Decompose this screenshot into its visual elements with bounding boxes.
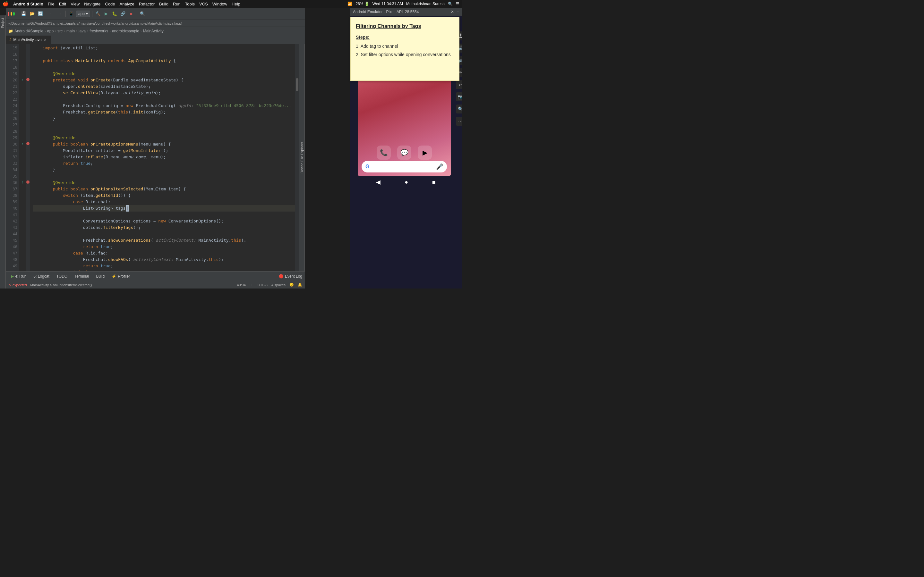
breadcrumb-androidxsample[interactable]: 📁 AndroidXSample — [8, 29, 43, 33]
analyze-menu[interactable]: Analyze — [120, 2, 134, 6]
hammer-icon[interactable]: 🔨 — [94, 10, 102, 17]
google-mic-icon[interactable]: 🎤 — [436, 163, 443, 170]
code-line-32: inflater.inflate(R.menu.menu_home, menu)… — [33, 154, 305, 160]
breadcrumb-main[interactable]: main — [66, 29, 75, 33]
attach-debugger-icon[interactable]: 🔗 — [120, 10, 126, 17]
navigate-menu[interactable]: Navigate — [84, 2, 100, 6]
search-icon[interactable]: 🔍 — [448, 2, 453, 6]
code-content-area[interactable]: import java.util.List; public class Main… — [30, 44, 305, 271]
maximize-window-btn[interactable] — [13, 12, 15, 16]
window-menu[interactable]: Window — [212, 2, 227, 6]
dock-phone-icon[interactable]: 📞 — [376, 145, 391, 160]
tools-menu[interactable]: Tools — [185, 2, 195, 6]
breadcrumb-src[interactable]: src — [57, 29, 63, 33]
build-menu[interactable]: Build — [159, 2, 168, 6]
project-tab[interactable]: Project — [0, 17, 5, 29]
code-line-41 — [33, 211, 305, 218]
tab-label-mainactivity: MainActivity.java — [13, 37, 42, 42]
app-name-menu[interactable]: Android Studio — [13, 2, 43, 6]
stop-icon[interactable]: ■ — [128, 10, 135, 17]
path-status: MainActivity > onOptionsItemSelected() — [30, 283, 234, 287]
device-file-explorer-tab[interactable]: Device File Explorer — [299, 44, 305, 271]
todo-label: TODO — [57, 274, 67, 279]
code-line-17: public class MainActivity extends AppCom… — [33, 58, 305, 64]
run-config-dropdown[interactable]: app ▾ — [76, 11, 90, 17]
debug-icon[interactable]: 🐛 — [111, 10, 118, 17]
line-numbers: 15 16 17 18 19 20 21 22 23 24 25 26 27 2… — [6, 44, 19, 271]
scroll-indicator[interactable] — [295, 44, 299, 271]
phone-navbar: ◀ ● ■ — [358, 176, 454, 189]
code-line-42: ConversationOptions options = new Conver… — [33, 218, 305, 224]
run-play-icon: ▶ — [11, 274, 14, 279]
error-indicator[interactable]: ✕ expected — [8, 283, 27, 287]
tab-mainactivity[interactable]: J MainActivity.java ✕ — [6, 35, 51, 44]
terminal-tool-btn[interactable]: Terminal — [72, 274, 91, 279]
path-text: ~/Documents/Git/AndroidXSample/.../app/s… — [8, 21, 182, 25]
apple-menu[interactable]: 🍎 — [3, 1, 9, 7]
code-menu[interactable]: Code — [105, 2, 115, 6]
scroll-thumb[interactable] — [296, 78, 298, 91]
phone-recents-btn[interactable]: ■ — [432, 179, 436, 185]
sync-icon[interactable]: 🔄 — [37, 10, 44, 17]
code-line-43: options.filterByTags(); — [33, 224, 305, 231]
notification-icon: 🔔 — [298, 283, 302, 287]
run-green-icon[interactable]: ▶ — [103, 10, 110, 17]
open-icon[interactable]: 📂 — [29, 10, 36, 17]
breadcrumb-freshworks[interactable]: freshworks — [89, 29, 108, 33]
code-line-40: List<String> tags| — [33, 205, 305, 211]
breakpoint-36[interactable] — [26, 179, 30, 185]
emulator-minimize-btn[interactable]: − — [457, 10, 459, 14]
edit-menu[interactable]: Edit — [59, 2, 66, 6]
screenshot-btn[interactable]: 📷 — [456, 92, 462, 101]
phone-searchbar[interactable]: G 🎤 — [362, 161, 447, 172]
profiler-tool-btn[interactable]: ⚡ Profiler — [109, 274, 132, 279]
code-line-16 — [33, 51, 305, 58]
run-tool-btn[interactable]: ▶ 4: Run — [8, 274, 29, 279]
tab-close-btn[interactable]: ✕ — [44, 38, 47, 42]
vcs-menu[interactable]: VCS — [199, 2, 208, 6]
run-menu[interactable]: Run — [173, 2, 181, 6]
view-menu[interactable]: View — [71, 2, 79, 6]
phone-dock: 📞 💬 ▶ — [358, 145, 451, 160]
minimize-window-btn[interactable] — [11, 12, 12, 16]
close-window-btn[interactable] — [8, 12, 9, 16]
back-icon[interactable]: ← — [48, 10, 55, 17]
breakpoint-29[interactable] — [26, 140, 30, 147]
build-tool-btn[interactable]: Build — [94, 274, 107, 279]
undo-btn[interactable]: ↩ — [456, 80, 462, 89]
search-everywhere-icon[interactable]: 🔍 — [139, 10, 146, 17]
emulator-close-btn[interactable]: ✕ — [451, 10, 454, 14]
phone-home-btn[interactable]: ● — [405, 179, 408, 185]
logcat-tool-btn[interactable]: 6: Logcat — [31, 274, 52, 279]
note-title: Filtering Channels by Tags — [356, 22, 454, 31]
code-line-27 — [33, 122, 305, 128]
control-center-icon[interactable]: ☰ — [456, 2, 459, 6]
phone-back-btn[interactable]: ◀ — [376, 179, 381, 185]
code-line-46: return true; — [33, 243, 305, 250]
breadcrumb-mainactivity[interactable]: MainActivity — [143, 29, 164, 33]
help-menu[interactable]: Help — [232, 2, 240, 6]
more-btn[interactable]: ⋯ — [456, 117, 462, 126]
todo-tool-btn[interactable]: TODO — [54, 274, 70, 279]
code-editor[interactable]: 15 16 17 18 19 20 21 22 23 24 25 26 27 2… — [6, 44, 305, 271]
google-g-icon: G — [365, 164, 369, 169]
run-label: 4: Run — [15, 274, 26, 279]
forward-icon[interactable]: → — [57, 10, 63, 17]
note-panel: Filtering Channels by Tags Steps: 1. Add… — [351, 17, 459, 81]
note-step-1: 1. Add tag to channel — [356, 43, 454, 50]
file-menu[interactable]: File — [48, 2, 55, 6]
event-log-btn[interactable]: 🔴 Event Log — [279, 274, 302, 279]
save-icon[interactable]: 💾 — [20, 10, 27, 17]
dock-play-icon[interactable]: ▶ — [418, 145, 432, 160]
refactor-menu[interactable]: Refactor — [139, 2, 155, 6]
code-line-30: public boolean onCreateOptionsMenu(Menu … — [33, 141, 305, 147]
zoom-btn[interactable]: 🔍 — [456, 105, 462, 113]
code-line-39: case R.id.chat: — [33, 199, 305, 205]
breadcrumb-androidxsample2[interactable]: androidxsample — [112, 29, 139, 33]
breadcrumb-app[interactable]: app — [47, 29, 53, 33]
breakpoint-20[interactable] — [26, 76, 30, 83]
window-controls — [8, 10, 15, 17]
breadcrumb-java[interactable]: java — [79, 29, 86, 33]
dock-messages-icon[interactable]: 💬 — [397, 145, 411, 160]
code-line-34: } — [33, 167, 305, 173]
